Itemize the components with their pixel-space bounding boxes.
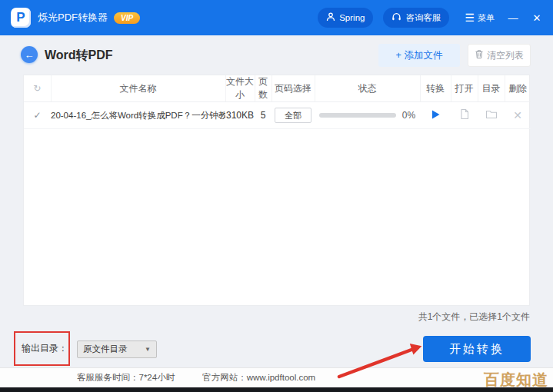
app-logo-icon: P bbox=[11, 8, 31, 28]
progress-percent: 0% bbox=[402, 110, 415, 121]
chevron-down-icon: ▼ bbox=[145, 346, 151, 353]
table-header-row: ↻ 文件名称 文件大小 页数 页码选择 状态 转换 打开 目录 删除 bbox=[24, 75, 531, 102]
support-label: 咨询客服 bbox=[405, 12, 441, 24]
file-list-panel: ↻ 文件名称 文件大小 页数 页码选择 状态 转换 打开 目录 删除 ✓ 20-… bbox=[23, 75, 530, 306]
delete-file-button[interactable]: ✕ bbox=[513, 109, 522, 121]
clear-list-label: 清空列表 bbox=[487, 49, 524, 62]
clear-list-button[interactable]: 清空列表 bbox=[468, 44, 531, 67]
plus-icon: + bbox=[396, 50, 401, 61]
app-title: 烁光PDF转换器 bbox=[38, 11, 108, 25]
play-icon bbox=[431, 109, 441, 120]
output-directory-label: 输出目录： bbox=[22, 342, 68, 355]
titlebar: P 烁光PDF转换器 VIP Spring 咨询客服 ☰ 菜单 — ✕ bbox=[0, 0, 553, 35]
select-all-toggle-icon[interactable]: ↻ bbox=[33, 83, 41, 94]
file-size: 310KB bbox=[225, 102, 255, 129]
baidu-zhidao-watermark: 百度知道 bbox=[484, 370, 548, 390]
page-selection-button[interactable]: 全部 bbox=[275, 108, 311, 123]
col-header-file-name: 文件名称 bbox=[51, 75, 225, 102]
user-account-button[interactable]: Spring bbox=[318, 8, 373, 28]
col-header-open: 打开 bbox=[451, 75, 478, 102]
page-title: Word转PDF bbox=[45, 48, 113, 64]
customer-support-button[interactable]: 咨询客服 bbox=[383, 8, 449, 28]
page-count: 5 bbox=[255, 102, 272, 129]
document-icon bbox=[459, 108, 470, 120]
person-icon bbox=[326, 12, 335, 23]
col-header-pages: 页数 bbox=[255, 75, 272, 102]
progress-bar bbox=[319, 113, 396, 118]
file-row[interactable]: ✓ 20-04-16_怎么将Word转换成PDF？一分钟教你搞... 310KB… bbox=[24, 102, 531, 129]
open-directory-button[interactable] bbox=[485, 110, 498, 119]
start-convert-button[interactable]: 开始转换 bbox=[423, 336, 531, 362]
app-window: P 烁光PDF转换器 VIP Spring 咨询客服 ☰ 菜单 — ✕ ← Wo… bbox=[0, 0, 553, 392]
file-count-summary: 共1个文件，已选择1个文件 bbox=[418, 311, 530, 324]
menu-button[interactable]: ☰ 菜单 bbox=[465, 12, 495, 24]
convert-play-button[interactable] bbox=[431, 109, 441, 120]
col-header-directory: 目录 bbox=[478, 75, 505, 102]
add-files-label: 添加文件 bbox=[404, 50, 442, 61]
col-header-delete: 删除 bbox=[505, 75, 531, 102]
row-checkbox[interactable]: ✓ bbox=[33, 110, 41, 121]
close-button[interactable]: ✕ bbox=[531, 12, 542, 24]
trash-icon bbox=[475, 49, 484, 61]
open-file-button[interactable] bbox=[459, 108, 470, 120]
service-hours-text: 客服服务时间：7*24小时 bbox=[77, 372, 175, 384]
footer-bar: 客服服务时间：7*24小时 官方网站：www.ipdftool.com bbox=[0, 367, 553, 387]
headset-icon bbox=[391, 12, 401, 23]
official-website-text: 官方网站：www.ipdftool.com bbox=[202, 372, 315, 384]
file-name: 20-04-16_怎么将Word转换成PDF？一分钟教你搞... bbox=[51, 102, 225, 129]
user-name-label: Spring bbox=[339, 13, 365, 22]
add-files-button[interactable]: + 添加文件 bbox=[378, 44, 460, 67]
output-directory-annotation-box: 输出目录： bbox=[14, 331, 70, 366]
col-header-status: 状态 bbox=[315, 75, 420, 102]
back-button[interactable]: ← bbox=[21, 46, 38, 63]
status-cell: 0% bbox=[315, 110, 420, 121]
minimize-button[interactable]: — bbox=[508, 12, 518, 24]
output-directory-select[interactable]: 原文件目录 ▼ bbox=[77, 341, 157, 358]
folder-icon bbox=[485, 110, 498, 119]
back-arrow-icon: ← bbox=[25, 49, 35, 61]
hamburger-icon: ☰ bbox=[465, 12, 475, 23]
col-header-file-size: 文件大小 bbox=[225, 75, 255, 102]
bottom-edge-strip bbox=[0, 387, 553, 392]
file-table: ↻ 文件名称 文件大小 页数 页码选择 状态 转换 打开 目录 删除 ✓ 20-… bbox=[24, 75, 531, 129]
menu-label: 菜单 bbox=[478, 12, 495, 24]
vip-badge: VIP bbox=[114, 12, 140, 24]
output-directory-value: 原文件目录 bbox=[83, 344, 128, 355]
col-header-convert: 转换 bbox=[420, 75, 451, 102]
col-header-page-selection: 页码选择 bbox=[272, 75, 315, 102]
